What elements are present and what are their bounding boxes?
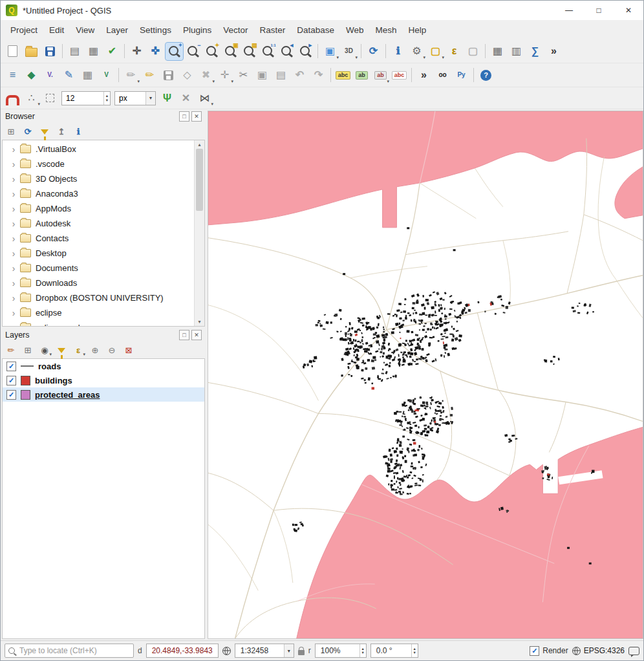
filter-by-expression-button[interactable]: ε▾: [71, 343, 85, 357]
layer-item-roads[interactable]: ✓roads: [3, 359, 204, 373]
browser-item-downloads[interactable]: ›Downloads: [3, 276, 194, 290]
render-checkbox[interactable]: ✓ Render: [530, 646, 568, 656]
metasearch-button[interactable]: oo: [434, 67, 451, 84]
locator-search[interactable]: [5, 644, 134, 658]
snapping-units-select[interactable]: px ▾: [114, 91, 156, 105]
spin-down-icon[interactable]: ▾: [106, 98, 108, 103]
browser-item-autodesk[interactable]: ›Autodesk: [3, 216, 194, 231]
expand-all-button[interactable]: ⊕: [88, 343, 102, 357]
new-spatialite-layer-button[interactable]: ✎: [60, 67, 78, 84]
menu-layer[interactable]: Layer: [100, 23, 134, 38]
checkbox-icon[interactable]: ✓: [530, 646, 539, 656]
new-shapefile-layer-button[interactable]: V.: [41, 67, 59, 84]
browser-scrollbar[interactable]: ▴ ▾: [194, 140, 204, 326]
expand-arrow-icon[interactable]: ›: [9, 248, 18, 259]
python-console-button[interactable]: Py: [453, 67, 470, 84]
browser-item-desktop[interactable]: ›Desktop: [3, 246, 194, 261]
pin-labels-button[interactable]: ab▾: [372, 67, 389, 84]
menu-edit[interactable]: Edit: [43, 23, 70, 38]
layer-item-buildings[interactable]: ✓buildings: [3, 373, 204, 387]
menu-vector[interactable]: Vector: [217, 23, 253, 38]
manage-map-themes-button[interactable]: ◉▾: [38, 343, 52, 357]
new-3d-map-view-button[interactable]: 3D▾: [340, 43, 358, 60]
enable-snapping-button[interactable]: [4, 89, 21, 107]
run-feature-action-button[interactable]: ⚙▾: [408, 43, 425, 60]
new-geopackage-layer-button[interactable]: ◆: [23, 67, 40, 84]
menu-help[interactable]: Help: [403, 23, 433, 38]
expand-arrow-icon[interactable]: ›: [9, 278, 18, 288]
browser-item-documents[interactable]: ›Documents: [3, 261, 194, 276]
rotation-input[interactable]: 0.0 ° ▴ ▾: [370, 644, 418, 658]
expand-arrow-icon[interactable]: ›: [9, 293, 18, 303]
browser-properties-button[interactable]: ℹ: [71, 124, 85, 138]
zoom-out-button[interactable]: −: [184, 43, 202, 60]
zoom-native-button[interactable]: 1:1: [259, 43, 277, 60]
snapping-mode-button[interactable]: ∴▾: [23, 89, 40, 107]
zoom-last-button[interactable]: ◄: [278, 43, 295, 60]
avoid-overlap-button[interactable]: ⋈▾: [196, 89, 213, 107]
save-project-button[interactable]: [41, 43, 59, 60]
spinner-arrows-icon[interactable]: ▴ ▾: [103, 92, 110, 105]
browser-item-eclipse-workspace[interactable]: ›eclipse-workspace: [3, 320, 194, 326]
menu-settings[interactable]: Settings: [134, 23, 177, 38]
redo-button[interactable]: ↷: [310, 67, 327, 84]
add-selected-layers-button[interactable]: ⊞: [4, 124, 18, 138]
browser-item-virtualbox[interactable]: ›.VirtualBox: [3, 142, 194, 157]
field-calculator-button[interactable]: ▥: [508, 43, 525, 60]
scroll-down-icon[interactable]: ▾: [198, 318, 200, 326]
undo-button[interactable]: ↶: [291, 67, 308, 84]
scroll-up-icon[interactable]: ▴: [198, 140, 200, 149]
new-virtual-layer-button[interactable]: V: [98, 67, 115, 84]
open-project-button[interactable]: [23, 43, 40, 60]
spinner-arrows-icon[interactable]: ▴ ▾: [411, 644, 418, 657]
refresh-browser-button[interactable]: ⟳: [21, 124, 35, 138]
layer-checkbox-icon[interactable]: ✓: [6, 362, 16, 371]
select-features-button[interactable]: ▢▾: [427, 43, 444, 60]
new-temporary-scratch-layer-button[interactable]: ▦: [79, 67, 96, 84]
layer-item-protected_areas[interactable]: ✓protected_areas: [3, 387, 204, 402]
layer-diagram-button[interactable]: ab: [353, 67, 370, 84]
highlight-pinned-labels-button[interactable]: abc: [391, 67, 408, 84]
coordinate-display[interactable]: 20.4849,-33.9843: [146, 644, 219, 658]
paste-features-button[interactable]: ▤: [272, 67, 290, 84]
browser-item-anaconda3[interactable]: ›Anaconda3: [3, 186, 194, 201]
toggle-editing-button[interactable]: ✏: [141, 67, 158, 84]
expand-arrow-icon[interactable]: ›: [9, 219, 18, 229]
style-manager-button[interactable]: ✔: [103, 43, 121, 60]
new-project-button[interactable]: [4, 43, 21, 60]
browser-item-contacts[interactable]: ›Contacts: [3, 231, 194, 246]
menu-database[interactable]: Database: [291, 23, 340, 38]
message-bubble-icon[interactable]: [628, 647, 639, 655]
snapping-tolerance-input[interactable]: 12 ▴ ▾: [61, 91, 111, 105]
layer-checkbox-icon[interactable]: ✓: [6, 376, 16, 385]
spin-down-icon[interactable]: ▾: [414, 651, 416, 655]
add-feature-button[interactable]: ◇: [178, 67, 196, 84]
menu-plugins[interactable]: Plugins: [177, 23, 217, 38]
remove-layer-button[interactable]: ⊠: [122, 343, 136, 357]
expand-arrow-icon[interactable]: ›: [9, 144, 18, 155]
menu-raster[interactable]: Raster: [253, 23, 291, 38]
close-button[interactable]: ✕: [614, 1, 643, 20]
zoom-to-selection-button[interactable]: ▣: [222, 43, 239, 60]
deselect-features-button[interactable]: ▢: [464, 43, 482, 60]
collapse-all-layers-button[interactable]: ⊖: [105, 343, 119, 357]
expand-arrow-icon[interactable]: ›: [9, 204, 18, 214]
browser-item-eclipse[interactable]: ›eclipse: [3, 305, 194, 320]
zoom-full-button[interactable]: ✦: [203, 43, 220, 60]
current-edits-button[interactable]: ✏▾: [122, 67, 140, 84]
menu-mesh[interactable]: Mesh: [370, 23, 403, 38]
new-print-layout-button[interactable]: ▤: [66, 43, 83, 60]
minimize-button[interactable]: —: [554, 1, 584, 20]
expand-arrow-icon[interactable]: ›: [9, 233, 18, 244]
spinner-arrows-icon[interactable]: ▴ ▾: [360, 644, 366, 657]
lock-icon[interactable]: [298, 650, 305, 655]
layer-checkbox-icon[interactable]: ✓: [6, 390, 16, 400]
expand-arrow-icon[interactable]: ›: [9, 263, 18, 274]
collapse-all-button[interactable]: ↥: [54, 124, 69, 138]
vertex-tool-button[interactable]: ✛▾: [216, 67, 233, 84]
layer-labeling-button[interactable]: abc: [334, 67, 352, 84]
map-canvas[interactable]: [208, 111, 643, 639]
browser-item-vscode[interactable]: ›.vscode: [3, 157, 194, 171]
layers-close-button[interactable]: ✕: [191, 330, 202, 340]
zoom-to-layer-button[interactable]: ▤: [241, 43, 258, 60]
